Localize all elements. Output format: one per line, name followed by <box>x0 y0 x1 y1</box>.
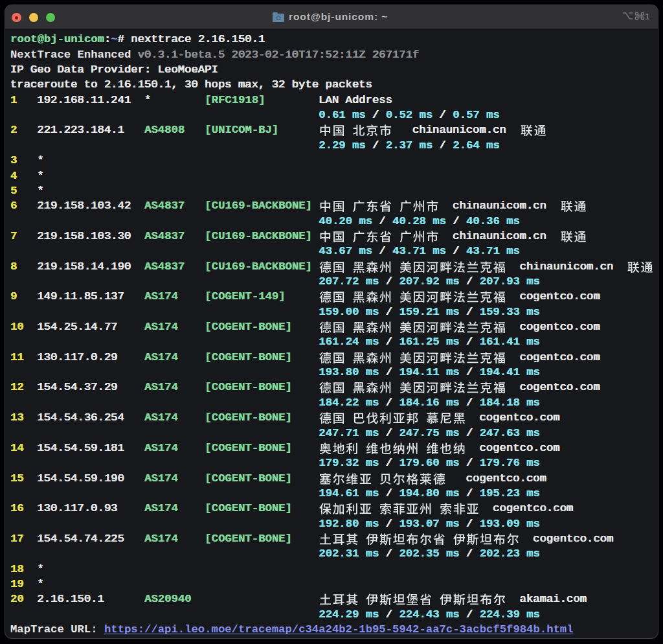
svg-text:1: 1 <box>645 11 649 21</box>
